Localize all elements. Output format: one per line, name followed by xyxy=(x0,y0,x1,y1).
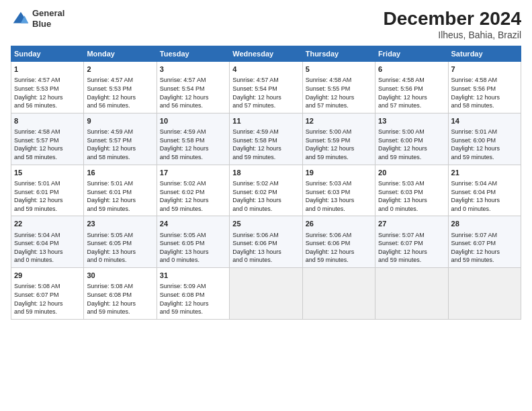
table-row: 17Sunrise: 5:02 AMSunset: 6:02 PMDayligh… xyxy=(157,165,229,216)
header-row: Sunday Monday Tuesday Wednesday Thursday… xyxy=(11,46,521,62)
day-info: Daylight: 13 hours xyxy=(160,248,226,257)
day-info: Sunset: 5:58 PM xyxy=(232,136,299,145)
day-info: and 59 minutes. xyxy=(160,308,226,316)
day-info: and 59 minutes. xyxy=(232,153,299,162)
day-info: and 59 minutes. xyxy=(378,153,445,162)
day-info: Sunrise: 5:08 AM xyxy=(87,282,153,291)
day-number: 22 xyxy=(14,219,81,229)
day-number: 18 xyxy=(232,168,299,178)
col-wednesday: Wednesday xyxy=(230,46,302,62)
day-info: Sunrise: 5:00 AM xyxy=(306,128,372,136)
day-info: Sunrise: 4:58 AM xyxy=(451,76,518,85)
table-row: 13Sunrise: 5:00 AMSunset: 6:00 PMDayligh… xyxy=(375,113,448,165)
day-info: Sunset: 5:55 PM xyxy=(306,85,372,93)
logo-text: General Blue xyxy=(32,8,64,29)
day-info: Sunset: 6:04 PM xyxy=(14,239,81,248)
table-row: 7Sunrise: 4:58 AMSunset: 5:56 PMDaylight… xyxy=(448,62,521,113)
day-info: and 59 minutes. xyxy=(306,153,372,162)
table-row: 15Sunrise: 5:01 AMSunset: 6:01 PMDayligh… xyxy=(11,165,84,216)
col-friday: Friday xyxy=(375,46,448,62)
day-number: 12 xyxy=(306,116,372,126)
day-info: Daylight: 12 hours xyxy=(87,144,153,153)
day-info: Sunset: 5:58 PM xyxy=(160,136,226,145)
table-row: 30Sunrise: 5:08 AMSunset: 6:08 PMDayligh… xyxy=(84,268,157,320)
day-number: 10 xyxy=(160,116,226,126)
day-info: Sunrise: 4:58 AM xyxy=(306,76,372,85)
day-info: Daylight: 13 hours xyxy=(14,248,81,257)
day-info: Sunrise: 5:07 AM xyxy=(451,231,518,240)
day-info: Sunrise: 4:57 AM xyxy=(14,76,81,85)
day-info: Sunset: 6:00 PM xyxy=(378,136,445,145)
day-info: and 0 minutes. xyxy=(378,205,445,214)
col-sunday: Sunday xyxy=(11,46,84,62)
day-info: and 59 minutes. xyxy=(14,308,81,316)
day-info: Sunset: 5:54 PM xyxy=(160,85,226,93)
day-number: 2 xyxy=(87,64,153,75)
col-thursday: Thursday xyxy=(302,46,375,62)
day-number: 16 xyxy=(87,168,153,178)
day-info: Sunset: 6:00 PM xyxy=(451,136,518,145)
day-info: and 58 minutes. xyxy=(14,153,81,162)
day-info: Daylight: 12 hours xyxy=(451,248,518,257)
calendar-week-row: 8Sunrise: 4:58 AMSunset: 5:57 PMDaylight… xyxy=(11,113,521,165)
day-info: Sunset: 6:08 PM xyxy=(160,291,226,300)
day-info: Sunset: 6:02 PM xyxy=(160,188,226,197)
logo-line1: General xyxy=(32,8,64,19)
day-info: Sunset: 6:01 PM xyxy=(14,188,81,197)
day-info: Sunrise: 4:57 AM xyxy=(232,76,299,85)
day-info: Sunset: 6:07 PM xyxy=(451,239,518,248)
day-info: Sunrise: 5:02 AM xyxy=(232,179,299,188)
day-info: Daylight: 12 hours xyxy=(14,144,81,153)
day-number: 29 xyxy=(14,271,81,281)
day-info: Sunset: 5:57 PM xyxy=(14,136,81,145)
table-row: 22Sunrise: 5:04 AMSunset: 6:04 PMDayligh… xyxy=(11,216,84,268)
table-row: 27Sunrise: 5:07 AMSunset: 6:07 PMDayligh… xyxy=(375,216,448,268)
day-info: Daylight: 12 hours xyxy=(306,248,372,257)
table-row: 14Sunrise: 5:01 AMSunset: 6:00 PMDayligh… xyxy=(448,113,521,165)
day-info: and 57 minutes. xyxy=(232,101,299,110)
day-info: Daylight: 12 hours xyxy=(378,93,445,102)
day-info: Daylight: 12 hours xyxy=(87,93,153,102)
day-info: Sunset: 5:56 PM xyxy=(451,85,518,93)
day-info: Sunrise: 4:57 AM xyxy=(87,76,153,85)
day-number: 19 xyxy=(306,168,372,178)
day-number: 13 xyxy=(378,116,445,126)
day-info: Sunset: 6:03 PM xyxy=(306,188,372,197)
day-info: and 59 minutes. xyxy=(160,205,226,214)
day-info: Daylight: 12 hours xyxy=(306,144,372,153)
day-info: Daylight: 12 hours xyxy=(160,144,226,153)
day-info: and 0 minutes. xyxy=(87,256,153,265)
day-info: Sunrise: 4:58 AM xyxy=(14,128,81,136)
day-info: Daylight: 12 hours xyxy=(160,300,226,308)
day-info: Sunrise: 5:01 AM xyxy=(87,179,153,188)
day-info: Daylight: 12 hours xyxy=(160,196,226,205)
day-info: and 0 minutes. xyxy=(306,205,372,214)
day-info: Sunrise: 5:05 AM xyxy=(160,231,226,240)
day-number: 25 xyxy=(232,219,299,229)
day-number: 31 xyxy=(160,271,226,281)
calendar-table: Sunday Monday Tuesday Wednesday Thursday… xyxy=(11,46,521,320)
day-info: Sunset: 6:05 PM xyxy=(87,239,153,248)
day-info: Sunset: 6:07 PM xyxy=(378,239,445,248)
day-info: Sunrise: 4:59 AM xyxy=(87,128,153,136)
day-info: Daylight: 12 hours xyxy=(378,144,445,153)
day-info: Sunrise: 5:07 AM xyxy=(378,231,445,240)
table-row: 3Sunrise: 4:57 AMSunset: 5:54 PMDaylight… xyxy=(157,62,229,113)
table-row: 9Sunrise: 4:59 AMSunset: 5:57 PMDaylight… xyxy=(84,113,157,165)
day-number: 26 xyxy=(306,219,372,229)
day-number: 28 xyxy=(451,219,518,229)
day-number: 7 xyxy=(451,64,518,75)
table-row: 2Sunrise: 4:57 AMSunset: 5:53 PMDaylight… xyxy=(84,62,157,113)
calendar-week-row: 29Sunrise: 5:08 AMSunset: 6:07 PMDayligh… xyxy=(11,268,521,320)
day-info: and 59 minutes. xyxy=(451,256,518,265)
day-info: Daylight: 12 hours xyxy=(14,196,81,205)
day-number: 17 xyxy=(160,168,226,178)
calendar-subtitle: Ilheus, Bahia, Brazil xyxy=(384,30,521,40)
day-info: and 58 minutes. xyxy=(160,153,226,162)
day-info: Daylight: 13 hours xyxy=(87,248,153,257)
table-row: 26Sunrise: 5:06 AMSunset: 6:06 PMDayligh… xyxy=(302,216,375,268)
day-info: Sunset: 5:56 PM xyxy=(378,85,445,93)
day-number: 11 xyxy=(232,116,299,126)
day-info: and 0 minutes. xyxy=(232,256,299,265)
main-container: General Blue December 2024 Ilheus, Bahia… xyxy=(0,0,532,326)
